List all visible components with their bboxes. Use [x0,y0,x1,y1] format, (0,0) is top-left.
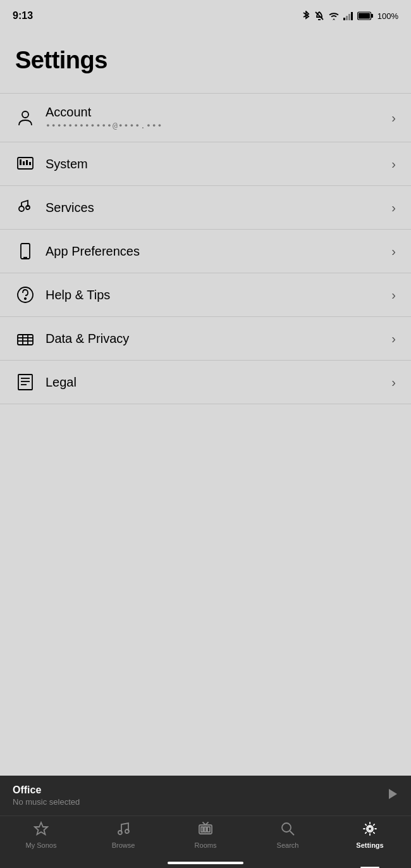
svg-rect-8 [359,13,370,19]
services-chevron: › [391,201,396,215]
bottom-nav: My Sonos Browse [0,815,411,862]
settings-item-account[interactable]: Account ••••••••••••@••••.••• › [0,93,411,142]
settings-list: Account ••••••••••••@••••.••• › System › [0,93,411,404]
status-bar: 9:13 100% [0,0,411,28]
data-privacy-icon [15,328,46,349]
help-chevron: › [391,288,396,302]
account-label: Account [46,105,391,120]
page-title: Settings [0,47,411,93]
music-note-icon [116,821,131,839]
svg-point-15 [19,206,24,211]
nav-item-settings[interactable]: Settings [329,821,411,849]
help-label: Help & Tips [46,288,391,302]
svg-point-34 [125,829,129,833]
nav-item-browse[interactable]: Browse [82,821,164,849]
settings-item-app-preferences[interactable]: App Preferences › [0,230,411,273]
legal-chevron: › [391,375,396,390]
star-icon [34,821,49,839]
nav-label-browse: Browse [112,841,135,849]
help-icon [15,285,46,305]
account-chevron: › [391,111,396,125]
svg-point-51 [282,823,291,832]
now-playing-status: No music selected [13,797,80,807]
svg-rect-22 [18,335,33,345]
settings-item-help-tips[interactable]: Help & Tips › [0,273,411,317]
legal-label: Legal [46,375,391,390]
nav-label-rooms: Rooms [195,841,217,849]
svg-rect-13 [26,160,28,165]
settings-item-system[interactable]: System › [0,142,411,186]
svg-point-17 [26,206,30,209]
status-icons: 100% [302,11,398,21]
svg-marker-31 [389,789,397,799]
settings-item-services[interactable]: Services › [0,186,411,230]
now-playing-room: Office [13,784,80,796]
nav-item-my-sonos[interactable]: My Sonos [0,821,82,849]
app-preferences-chevron: › [391,244,396,259]
app-preferences-label: App Preferences [46,244,391,259]
account-icon [15,108,46,128]
battery-percentage: 100% [377,11,398,21]
wifi-icon [328,11,340,20]
svg-rect-27 [18,375,32,390]
nav-item-search[interactable]: Search [247,821,329,849]
svg-rect-14 [29,162,31,165]
svg-rect-4 [348,14,350,20]
svg-rect-12 [23,161,25,165]
svg-line-52 [290,831,295,836]
svg-point-53 [368,827,372,831]
search-icon [280,821,295,839]
svg-point-33 [118,831,122,834]
svg-marker-32 [35,822,47,834]
svg-rect-7 [371,14,373,18]
status-time: 9:13 [13,10,33,22]
battery-icon [357,11,374,20]
nav-label-settings: Settings [356,841,383,849]
svg-rect-11 [20,159,21,165]
system-icon [15,154,46,174]
settings-item-data-privacy[interactable]: Data & Privacy › [0,317,411,361]
bottom-indicator-bar [168,862,243,864]
services-label: Services [46,201,391,215]
rooms-icon [198,821,213,839]
svg-rect-3 [346,16,348,20]
system-label: System [46,157,391,171]
svg-rect-2 [343,18,345,20]
svg-point-21 [25,298,26,299]
settings-item-legal[interactable]: Legal › [0,361,411,404]
main-content: Settings Account ••••••••••••@••••.••• › [0,28,411,776]
data-privacy-label: Data & Privacy [46,332,391,346]
legal-icon [15,372,46,392]
app-preferences-icon [15,241,46,261]
signal-icon [343,11,353,20]
system-chevron: › [391,157,396,171]
svg-rect-18 [21,244,30,259]
bluetooth-icon [302,11,310,21]
data-privacy-chevron: › [391,332,396,346]
mute-icon [314,11,324,21]
play-button[interactable] [386,788,398,803]
nav-label-search: Search [277,841,299,849]
services-icon [15,197,46,218]
account-sublabel: ••••••••••••@••••.••• [46,121,391,130]
svg-point-9 [22,111,28,118]
svg-rect-5 [351,12,353,20]
now-playing-bar[interactable]: Office No music selected [0,776,411,815]
nav-label-my-sonos: My Sonos [26,841,57,849]
bottom-indicator-bar-container [0,862,411,868]
nav-item-rooms[interactable]: Rooms [164,821,247,849]
gear-icon [362,821,377,839]
